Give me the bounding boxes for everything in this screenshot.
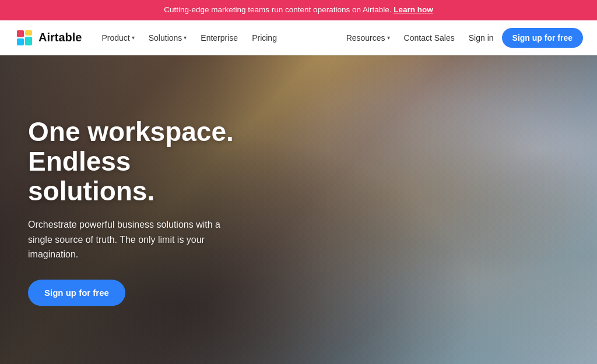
nav-item-resources[interactable]: Resources ▾ [340,29,396,47]
logo-link[interactable]: Airtable [14,27,82,48]
resources-chevron-icon: ▾ [387,34,390,41]
nav-left-items: Product ▾ Solutions ▾ Enterprise Pricing [96,29,282,47]
svg-rect-2 [25,30,32,36]
airtable-logo-icon [14,27,35,48]
nav-right-items: Resources ▾ Contact Sales Sign in Sign u… [340,28,583,48]
solutions-chevron-icon: ▾ [184,34,187,41]
announcement-banner: Cutting-edge marketing teams run content… [0,0,597,20]
nav-item-product[interactable]: Product ▾ [96,29,140,47]
svg-rect-1 [17,30,24,37]
banner-link[interactable]: Learn how [394,5,433,14]
hero-content: One workspace. Endless solutions. Orches… [28,118,261,306]
hero-subtitle: Orchestrate powerful business solutions … [28,217,226,262]
svg-rect-4 [25,37,32,45]
main-nav: Airtable Product ▾ Solutions ▾ Enterpris… [0,20,597,55]
hero-cta-button[interactable]: Sign up for free [28,280,125,306]
nav-signup-button[interactable]: Sign up for free [502,28,583,48]
nav-item-solutions[interactable]: Solutions ▾ [143,29,193,47]
nav-item-sign-in[interactable]: Sign in [463,29,500,47]
logo-text: Airtable [38,31,82,44]
nav-item-pricing[interactable]: Pricing [246,29,283,47]
hero-section: One workspace. Endless solutions. Orches… [0,55,597,364]
banner-text: Cutting-edge marketing teams run content… [164,5,391,14]
hero-title: One workspace. Endless solutions. [28,118,261,206]
product-chevron-icon: ▾ [132,34,135,41]
nav-item-contact-sales[interactable]: Contact Sales [398,29,461,47]
svg-rect-3 [17,38,24,45]
nav-item-enterprise[interactable]: Enterprise [195,29,244,47]
